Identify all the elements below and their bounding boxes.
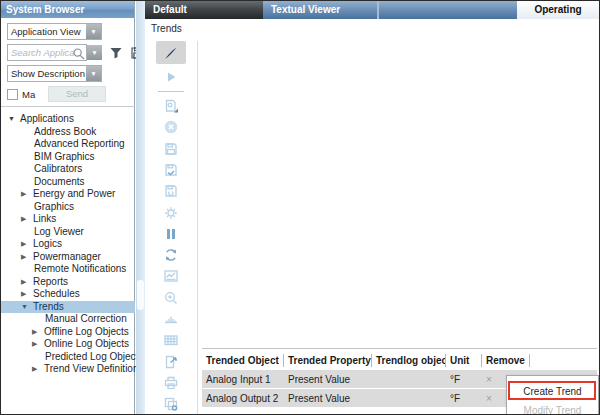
pause-icon: [162, 225, 180, 243]
expander-right-icon[interactable]: ▶: [21, 213, 33, 226]
tree-item-logics[interactable]: ▶Logics: [1, 238, 135, 251]
cancel-icon: [162, 118, 180, 136]
tree-item-energy-and-power[interactable]: ▶Energy and Power: [1, 188, 135, 201]
tree-item-trend-view-definitions[interactable]: ▶Trend View Definitions: [1, 363, 135, 376]
tree-item-remote-notifications[interactable]: Remote Notifications: [1, 263, 135, 276]
expander-right-icon[interactable]: ▶: [32, 326, 44, 339]
column-header-unit[interactable]: Unit: [446, 354, 482, 367]
cell-trended-object: Analog Output 2: [202, 393, 284, 404]
zoom-in-button[interactable]: [156, 288, 186, 307]
tree-item-schedules[interactable]: ▶Schedules: [1, 288, 135, 301]
copy-settings-button[interactable]: [156, 395, 186, 414]
column-header-trendlog-object[interactable]: Trendlog object: [372, 354, 446, 367]
save-button[interactable]: [156, 139, 186, 158]
tree-item-bim-graphics[interactable]: BIM Graphics: [1, 151, 135, 164]
axis-scale-button[interactable]: [156, 309, 186, 328]
new-trend-document-button[interactable]: [156, 96, 186, 115]
edit-pen-button[interactable]: [156, 41, 186, 64]
refresh-icon: [162, 246, 180, 264]
save-all-icon: [162, 182, 180, 200]
tree-item-trends[interactable]: ▼Trends: [1, 301, 135, 314]
save-all-button[interactable]: [156, 182, 186, 201]
table-header: Trended Object Trended Property Trendlog…: [202, 352, 597, 369]
expander-right-icon[interactable]: ▶: [21, 288, 33, 301]
settings-gear-button[interactable]: [156, 203, 186, 222]
tree-item-log-viewer[interactable]: Log Viewer: [1, 226, 135, 239]
tab-operating[interactable]: Operating: [517, 1, 599, 19]
zoom-in-icon: [162, 289, 180, 307]
view-selector[interactable]: Application View ▼: [7, 23, 102, 40]
tree-item-address-book[interactable]: Address Book: [1, 126, 135, 139]
expander-right-icon[interactable]: ▶: [21, 238, 33, 251]
tree-item-powermanager[interactable]: ▶Powermanager: [1, 251, 135, 264]
cancel-button[interactable]: [156, 118, 186, 137]
trend-toolbar: [145, 41, 197, 415]
tree-item-links[interactable]: ▶Links: [1, 213, 135, 226]
export-document-button[interactable]: [156, 352, 186, 371]
column-header-trended-object[interactable]: Trended Object: [202, 354, 284, 367]
tab-default[interactable]: Default: [145, 1, 263, 19]
tree-item-graphics[interactable]: Graphics: [1, 201, 135, 214]
expander-down-icon[interactable]: ▼: [8, 113, 20, 126]
column-header-remove[interactable]: Remove: [482, 354, 530, 367]
toolbar-separator: [158, 91, 184, 92]
trend-chart-button[interactable]: [156, 267, 186, 286]
search-icon: [72, 47, 85, 60]
manual-checkbox-label: Ma: [22, 89, 36, 100]
edit-pen-icon: [162, 44, 180, 62]
tree-item-online-log-objects[interactable]: ▶Online Log Objects: [1, 338, 135, 351]
description-selector[interactable]: Show Description ▼: [7, 65, 102, 82]
play-icon: [162, 68, 180, 86]
filter-icon[interactable]: [109, 46, 123, 60]
copy-settings-icon: [162, 395, 180, 413]
tree-item-documents[interactable]: Documents: [1, 176, 135, 189]
tree-item-calibrators[interactable]: Calibrators: [1, 163, 135, 176]
send-button[interactable]: Send: [48, 86, 106, 102]
tab-textual-viewer[interactable]: Textual Viewer: [263, 1, 377, 19]
application-tree: ▼Applications Address Book Advanced Repo…: [1, 113, 135, 376]
cell-trended-object: Analog Input 1: [202, 374, 284, 385]
menu-item-create-trend[interactable]: Create Trend: [507, 382, 598, 401]
cell-unit: °F: [446, 393, 482, 404]
export-document-icon: [162, 353, 180, 371]
panel-scrollbar[interactable]: [136, 1, 145, 415]
chevron-down-icon[interactable]: ▼: [86, 66, 101, 81]
tab-bar-filler: [379, 1, 517, 19]
save-as-button[interactable]: [156, 160, 186, 179]
refresh-button[interactable]: [156, 246, 186, 265]
expander-right-icon[interactable]: ▶: [32, 338, 44, 351]
grid-table-button[interactable]: [156, 331, 186, 350]
expander-right-icon[interactable]: ▶: [21, 251, 33, 264]
expander-right-icon[interactable]: ▶: [21, 188, 33, 201]
expander-right-icon[interactable]: ▶: [32, 363, 44, 376]
description-selector-value: Show Description: [8, 66, 86, 81]
search-input-wrap: [7, 44, 87, 61]
tree-item-advanced-reporting[interactable]: Advanced Reporting: [1, 138, 135, 151]
tree-item-applications[interactable]: ▼Applications: [1, 113, 135, 126]
manual-checkbox[interactable]: [7, 89, 18, 100]
chevron-down-icon[interactable]: ▼: [86, 24, 101, 39]
search-dropdown-icon[interactable]: ▼: [87, 45, 102, 60]
print-button[interactable]: [156, 373, 186, 392]
pause-button[interactable]: [156, 224, 186, 243]
print-icon: [162, 374, 180, 392]
axis-scale-icon: [162, 310, 180, 328]
tree-item-reports[interactable]: ▶Reports: [1, 276, 135, 289]
expander-right-icon[interactable]: ▶: [21, 276, 33, 289]
save-as-icon: [162, 161, 180, 179]
main-panel: Default Textual Viewer Operating Trends: [145, 1, 599, 415]
toolbar-divider: [197, 41, 198, 415]
play-button[interactable]: [156, 67, 186, 86]
trend-chart-icon: [162, 267, 180, 285]
column-header-trended-property[interactable]: Trended Property: [284, 354, 372, 367]
cell-trended-property: Present Value: [284, 374, 372, 385]
tree-item-manual-correction[interactable]: Manual Correction: [1, 313, 135, 326]
expander-down-icon[interactable]: ▼: [21, 301, 33, 314]
tab-bar: Default Textual Viewer Operating: [145, 1, 599, 19]
tree-item-offline-log-objects[interactable]: ▶Offline Log Objects: [1, 326, 135, 339]
tree-item-predicted-log-objects[interactable]: Predicted Log Objects: [1, 351, 135, 364]
scrollbar-thumb[interactable]: [137, 280, 144, 310]
breadcrumb: Trends: [151, 23, 182, 34]
panel-title: System Browser: [1, 1, 134, 18]
new-trend-document-icon: [162, 97, 180, 115]
